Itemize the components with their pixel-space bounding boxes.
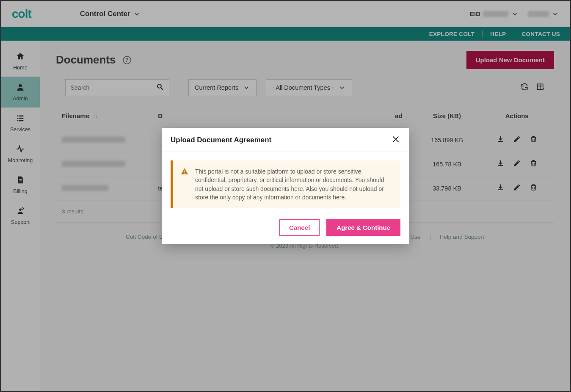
agree-continue-button[interactable]: Agree & Continue	[326, 219, 400, 236]
warning-alert: This portal is not a suitable platform t…	[171, 160, 400, 208]
modal-overlay: Upload Document Agreement This portal is…	[1, 1, 570, 391]
svg-rect-18	[184, 171, 185, 173]
cancel-button[interactable]: Cancel	[279, 219, 320, 236]
warning-icon	[181, 168, 188, 202]
warning-text: This portal is not a suitable platform t…	[195, 167, 393, 202]
svg-rect-19	[184, 173, 185, 174]
close-icon[interactable]	[391, 135, 400, 146]
upload-agreement-modal: Upload Document Agreement This portal is…	[162, 128, 409, 244]
modal-title: Upload Document Agreement	[171, 136, 271, 144]
